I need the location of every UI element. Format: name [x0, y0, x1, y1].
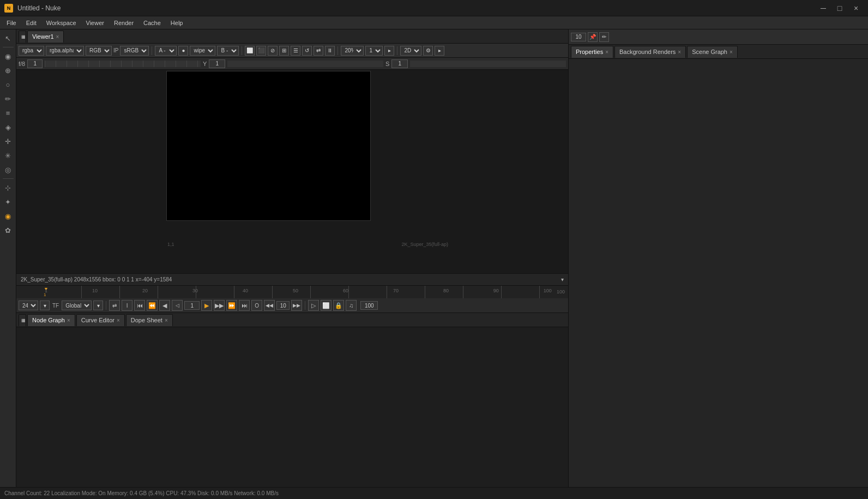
crop-btn[interactable]: ⬜ [245, 46, 255, 56]
background-renders-close[interactable]: × [678, 49, 681, 55]
zoom-select[interactable]: 20% [341, 46, 364, 56]
merge-icon[interactable]: ⊕ [2, 64, 15, 77]
menu-item-file[interactable]: File [2, 19, 21, 27]
step-size-input[interactable] [276, 301, 290, 310]
dope-sheet-tab[interactable]: Dope Sheet × [126, 314, 173, 326]
list-icon[interactable]: ≡ [2, 106, 15, 119]
view-mode-select[interactable]: 2D [400, 46, 421, 56]
viewer-settings-btn[interactable]: ⚙ [423, 46, 433, 56]
menu-item-viewer[interactable]: Viewer [82, 19, 108, 27]
play-forward-btn[interactable]: ▶▶ [214, 300, 225, 311]
render-btn[interactable]: ⬜ [321, 300, 331, 311]
menu-item-workspace[interactable]: Workspace [42, 19, 81, 27]
colorspace-select[interactable]: sRGB [120, 46, 149, 56]
go-to-end-btn[interactable]: ⏭ [239, 300, 250, 311]
channel-select[interactable]: rgba [19, 46, 44, 56]
background-renders-tab[interactable]: Background Renders × [614, 46, 686, 58]
s-input[interactable] [391, 59, 408, 68]
curve-editor-tab[interactable]: Curve Editor × [76, 314, 125, 326]
window-title: Untitled - Nuke [17, 4, 61, 12]
fwd-10-btn[interactable]: ▶▶ [291, 300, 302, 311]
properties-canvas [569, 59, 868, 487]
menu-item-edit[interactable]: Edit [22, 19, 41, 27]
bars-btn[interactable]: ☰ [291, 46, 300, 56]
scene-graph-close[interactable]: × [730, 49, 733, 55]
go-to-start-btn[interactable]: ⏮ [134, 300, 145, 311]
curve-editor-tab-close[interactable]: × [117, 317, 120, 323]
pointer2-icon[interactable]: ⊹ [2, 181, 15, 194]
a-input-select[interactable]: A - [155, 46, 177, 56]
audio-btn[interactable]: ♫ [346, 300, 357, 311]
minimize-button[interactable]: ─ [816, 2, 831, 14]
global-dropdown[interactable]: ▾ [93, 300, 103, 310]
grid-btn[interactable]: ⊞ [279, 46, 289, 56]
shape-icon[interactable]: ◈ [2, 121, 15, 134]
close-button[interactable]: × [848, 2, 864, 14]
dope-sheet-tab-close[interactable]: × [165, 317, 168, 323]
color-select[interactable]: RGB [86, 46, 112, 56]
current-frame-input[interactable] [184, 301, 200, 310]
properties-tab-close[interactable]: × [605, 49, 608, 55]
menu-item-help[interactable]: Help [166, 19, 188, 27]
viewer-tab-close[interactable]: × [56, 34, 59, 40]
star-icon[interactable]: ✳ [2, 149, 15, 162]
out-point-btn[interactable]: O [251, 300, 262, 311]
maximize-button[interactable]: □ [832, 2, 847, 14]
wipe-dot-btn[interactable]: ● [178, 46, 188, 56]
circle-icon[interactable]: ○ [2, 78, 15, 91]
node-graph-tab[interactable]: Node Graph × [27, 314, 75, 326]
viewer-more-btn[interactable]: ▸ [435, 46, 444, 56]
window-controls: ─ □ × [816, 2, 864, 14]
disk-icon[interactable]: ◎ [2, 163, 15, 176]
ratio-select[interactable]: 1:1 [365, 46, 383, 56]
wipe-select[interactable]: wipe [190, 46, 215, 56]
fps-select[interactable]: 24* [19, 300, 38, 310]
back-10-btn[interactable]: ◀◀ [264, 300, 275, 311]
settings-icon[interactable]: ✿ [2, 224, 15, 237]
frame-back-btn[interactable]: ◀ [159, 300, 170, 311]
lock-btn[interactable]: 🔒 [333, 300, 344, 311]
cursor-icon[interactable]: ↖ [2, 32, 15, 45]
split-btn[interactable]: ⬛ [256, 46, 266, 56]
transport-divider [106, 301, 106, 310]
viewer-icon[interactable]: ◉ [2, 50, 15, 63]
transform-icon[interactable]: ✛ [2, 135, 15, 148]
bottom-panel-tabs: ▦ Node Graph × Curve Editor × Dope Sheet… [16, 313, 568, 327]
global-select[interactable]: Global [62, 300, 92, 310]
properties-pin-btn[interactable]: 📌 [588, 32, 598, 42]
overlay-btn[interactable]: ⊘ [268, 46, 278, 56]
properties-pencil-btn[interactable]: ✏ [599, 32, 609, 42]
node-graph-tab-close[interactable]: × [67, 317, 70, 323]
y-input[interactable] [209, 59, 225, 68]
in-point-btn[interactable]: I [122, 300, 132, 311]
compare-btn[interactable]: ⇄ [314, 46, 323, 56]
alpha-select[interactable]: rgba.alpha [46, 46, 84, 56]
globe-icon[interactable]: ◉ [2, 209, 15, 223]
node-graph-canvas[interactable]: Viewer1 [16, 327, 568, 487]
panel-menu-btn[interactable]: ▦ [19, 31, 26, 43]
plugin-icon[interactable]: ✦ [2, 195, 15, 208]
pause-btn[interactable]: ⏸ [325, 46, 335, 56]
menu-item-render[interactable]: Render [110, 19, 138, 27]
fps-dropdown[interactable]: ▾ [40, 300, 50, 310]
step-back-btn[interactable]: ⏪ [147, 300, 158, 311]
scene-graph-tab[interactable]: Scene Graph × [687, 46, 738, 58]
loop-btn[interactable]: ↺ [302, 46, 312, 56]
back1-btn[interactable]: ◁ [172, 300, 183, 311]
pen-icon[interactable]: ✏ [2, 92, 15, 105]
bottom-panel-menu[interactable]: ▦ [19, 314, 26, 326]
properties-number-input[interactable] [571, 33, 586, 41]
viewer-status-expand[interactable]: ▾ [561, 276, 564, 282]
sync-btn[interactable]: ⇄ [109, 300, 120, 311]
play-btn[interactable]: ▶ [201, 300, 212, 311]
realtime-btn[interactable]: ▷ [308, 300, 319, 311]
menu-item-cache[interactable]: Cache [139, 19, 165, 27]
properties-tab[interactable]: Properties × [571, 46, 613, 58]
end-frame-input[interactable] [360, 301, 378, 310]
toolbar-divider [152, 46, 152, 55]
fit-btn[interactable]: ▸ [384, 46, 394, 56]
b-input-select[interactable]: B - [217, 46, 239, 56]
step-forward-btn[interactable]: ⏩ [226, 300, 237, 311]
viewer1-tab[interactable]: Viewer1 × [27, 31, 64, 43]
f-input[interactable] [27, 59, 43, 68]
